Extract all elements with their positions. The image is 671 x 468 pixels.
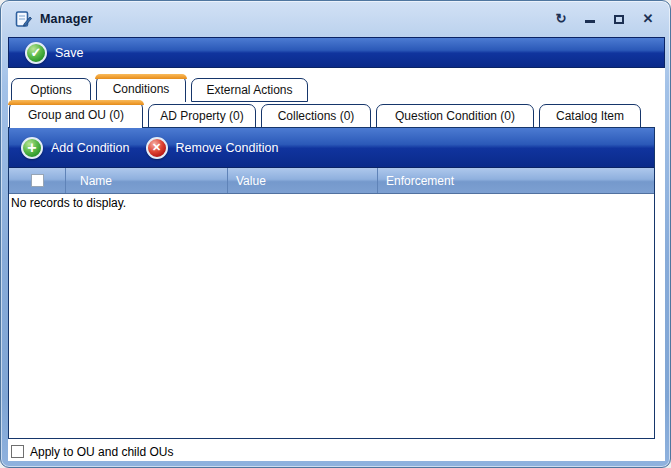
tab-question-condition-label: Question Condition (0) xyxy=(395,109,515,123)
tab-external-actions[interactable]: External Actions xyxy=(191,78,308,102)
maximize-icon xyxy=(614,15,624,24)
title-bar[interactable]: Manager ↻ ✕ xyxy=(1,1,670,37)
window-controls: ↻ ✕ xyxy=(553,11,656,27)
conditions-grid-panel: + Add Condition ✕ Remove Condition Name … xyxy=(8,127,655,439)
manager-window: Manager ↻ ✕ ✓ Save Options Conditions xyxy=(0,0,671,468)
tab-group-and-ou-label: Group and OU (0) xyxy=(28,108,124,122)
add-condition-label: Add Condition xyxy=(51,141,130,155)
tab-collections[interactable]: Collections (0) xyxy=(261,104,371,128)
conditions-actions-toolbar: + Add Condition ✕ Remove Condition xyxy=(9,128,654,168)
grid-header-row: Name Value Enforcement xyxy=(9,168,654,194)
maximize-button[interactable] xyxy=(611,11,627,27)
plus-circle-icon: + xyxy=(21,137,43,159)
secondary-tab-strip: Group and OU (0) AD Property (0) Collect… xyxy=(9,101,641,128)
tab-ad-property[interactable]: AD Property (0) xyxy=(148,104,256,128)
grid-header-checkbox-cell xyxy=(9,168,65,193)
tab-catalog-item[interactable]: Catalog Item xyxy=(539,104,641,128)
tab-external-actions-label: External Actions xyxy=(206,83,292,97)
tab-collections-label: Collections (0) xyxy=(278,109,355,123)
select-all-checkbox[interactable] xyxy=(31,174,44,187)
tab-options[interactable]: Options xyxy=(11,78,91,102)
primary-tab-strip: Options Conditions External Actions xyxy=(11,75,308,102)
manager-window-icon xyxy=(15,11,32,28)
x-circle-icon: ✕ xyxy=(146,137,168,159)
close-button[interactable]: ✕ xyxy=(640,11,656,27)
empty-grid-message: No records to display. xyxy=(11,196,126,210)
column-header-enforcement[interactable]: Enforcement xyxy=(377,168,654,193)
save-check-icon: ✓ xyxy=(25,42,47,64)
grid-body: No records to display. xyxy=(9,194,654,438)
apply-to-ou-label: Apply to OU and child OUs xyxy=(30,445,173,459)
tab-conditions[interactable]: Conditions xyxy=(96,75,186,102)
tab-group-and-ou[interactable]: Group and OU (0) xyxy=(9,101,143,128)
minimize-icon xyxy=(585,20,595,23)
sync-icon[interactable]: ↻ xyxy=(553,11,569,27)
add-condition-button[interactable]: + Add Condition xyxy=(21,137,130,159)
tab-conditions-label: Conditions xyxy=(113,82,170,96)
save-button-label: Save xyxy=(55,46,84,60)
save-toolbar: ✓ Save xyxy=(8,37,665,68)
window-content: ✓ Save Options Conditions External Actio… xyxy=(8,37,665,461)
footer-row: Apply to OU and child OUs xyxy=(11,442,661,461)
remove-condition-label: Remove Condition xyxy=(176,141,279,155)
tab-catalog-item-label: Catalog Item xyxy=(556,109,624,123)
tab-ad-property-label: AD Property (0) xyxy=(160,109,243,123)
minimize-button[interactable] xyxy=(582,11,598,27)
remove-condition-button[interactable]: ✕ Remove Condition xyxy=(146,137,279,159)
tab-question-condition[interactable]: Question Condition (0) xyxy=(376,104,534,128)
window-title: Manager xyxy=(40,12,93,26)
tab-options-label: Options xyxy=(30,83,71,97)
apply-to-ou-checkbox[interactable] xyxy=(11,445,24,458)
column-header-value[interactable]: Value xyxy=(227,168,377,193)
column-header-name[interactable]: Name xyxy=(65,168,227,193)
save-button[interactable]: ✓ Save xyxy=(25,42,84,64)
